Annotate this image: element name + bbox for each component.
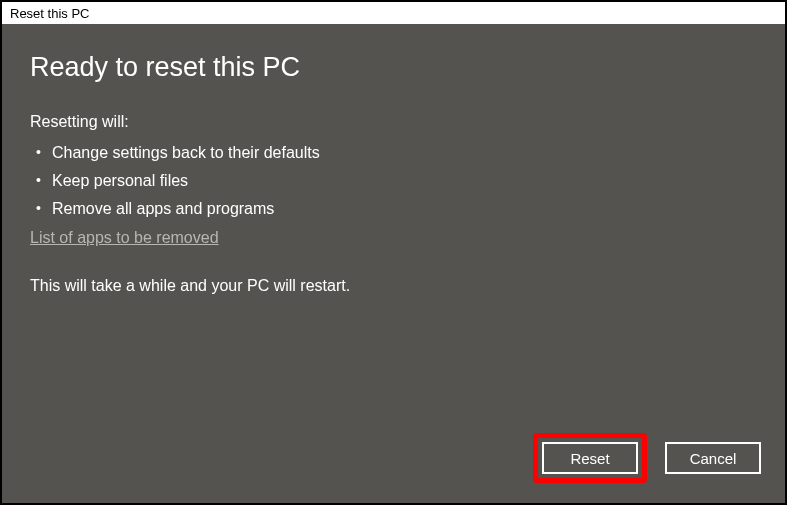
titlebar: Reset this PC (2, 2, 785, 24)
bullet-item: Keep personal files (34, 167, 757, 195)
content-area: Ready to reset this PC Resetting will: C… (2, 24, 785, 503)
bullet-item: Remove all apps and programs (34, 195, 757, 223)
window-title: Reset this PC (10, 6, 89, 21)
list-apps-link[interactable]: List of apps to be removed (30, 229, 757, 247)
page-heading: Ready to reset this PC (30, 52, 757, 83)
reset-pc-window: Reset this PC Ready to reset this PC Res… (0, 0, 787, 505)
reset-highlight: Reset (533, 433, 647, 483)
cancel-button[interactable]: Cancel (665, 442, 761, 474)
bullet-item: Change settings back to their defaults (34, 139, 757, 167)
subheading: Resetting will: (30, 113, 757, 131)
bullet-list: Change settings back to their defaults K… (30, 139, 757, 223)
reset-button[interactable]: Reset (542, 442, 638, 474)
button-row: Reset Cancel (533, 433, 761, 483)
restart-note: This will take a while and your PC will … (30, 277, 757, 295)
